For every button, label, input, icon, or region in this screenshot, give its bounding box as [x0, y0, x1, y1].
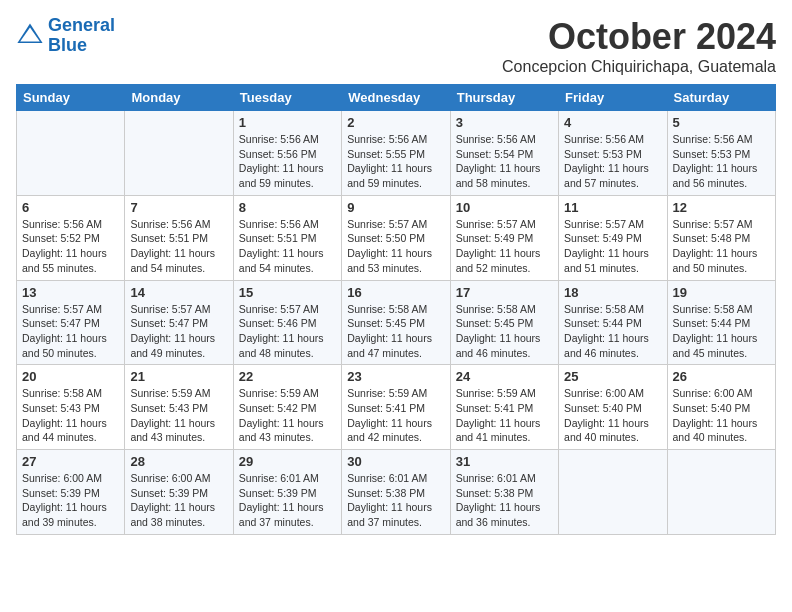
day-number: 30: [347, 454, 444, 469]
day-info: Sunrise: 5:59 AM Sunset: 5:41 PM Dayligh…: [456, 386, 553, 445]
calendar-cell: 26Sunrise: 6:00 AM Sunset: 5:40 PM Dayli…: [667, 365, 775, 450]
calendar-cell: 3Sunrise: 5:56 AM Sunset: 5:54 PM Daylig…: [450, 111, 558, 196]
day-number: 21: [130, 369, 227, 384]
day-info: Sunrise: 5:56 AM Sunset: 5:51 PM Dayligh…: [239, 217, 336, 276]
calendar-cell: 8Sunrise: 5:56 AM Sunset: 5:51 PM Daylig…: [233, 195, 341, 280]
calendar-cell: 21Sunrise: 5:59 AM Sunset: 5:43 PM Dayli…: [125, 365, 233, 450]
day-number: 18: [564, 285, 661, 300]
day-info: Sunrise: 5:57 AM Sunset: 5:47 PM Dayligh…: [130, 302, 227, 361]
day-number: 8: [239, 200, 336, 215]
day-info: Sunrise: 5:57 AM Sunset: 5:50 PM Dayligh…: [347, 217, 444, 276]
calendar-cell: [125, 111, 233, 196]
calendar-cell: 9Sunrise: 5:57 AM Sunset: 5:50 PM Daylig…: [342, 195, 450, 280]
day-info: Sunrise: 5:58 AM Sunset: 5:44 PM Dayligh…: [673, 302, 770, 361]
calendar-cell: 30Sunrise: 6:01 AM Sunset: 5:38 PM Dayli…: [342, 450, 450, 535]
weekday-header: Saturday: [667, 85, 775, 111]
day-number: 19: [673, 285, 770, 300]
day-info: Sunrise: 5:57 AM Sunset: 5:49 PM Dayligh…: [564, 217, 661, 276]
calendar-cell: 2Sunrise: 5:56 AM Sunset: 5:55 PM Daylig…: [342, 111, 450, 196]
day-info: Sunrise: 6:00 AM Sunset: 5:39 PM Dayligh…: [22, 471, 119, 530]
day-number: 10: [456, 200, 553, 215]
day-info: Sunrise: 5:58 AM Sunset: 5:45 PM Dayligh…: [456, 302, 553, 361]
calendar-cell: 27Sunrise: 6:00 AM Sunset: 5:39 PM Dayli…: [17, 450, 125, 535]
day-info: Sunrise: 6:00 AM Sunset: 5:39 PM Dayligh…: [130, 471, 227, 530]
logo-text: General Blue: [48, 16, 115, 56]
weekday-header: Monday: [125, 85, 233, 111]
day-info: Sunrise: 5:56 AM Sunset: 5:52 PM Dayligh…: [22, 217, 119, 276]
day-info: Sunrise: 5:56 AM Sunset: 5:51 PM Dayligh…: [130, 217, 227, 276]
day-info: Sunrise: 6:01 AM Sunset: 5:38 PM Dayligh…: [347, 471, 444, 530]
calendar-cell: 1Sunrise: 5:56 AM Sunset: 5:56 PM Daylig…: [233, 111, 341, 196]
day-info: Sunrise: 5:57 AM Sunset: 5:49 PM Dayligh…: [456, 217, 553, 276]
calendar-table: SundayMondayTuesdayWednesdayThursdayFrid…: [16, 84, 776, 535]
day-number: 7: [130, 200, 227, 215]
calendar-cell: 6Sunrise: 5:56 AM Sunset: 5:52 PM Daylig…: [17, 195, 125, 280]
day-number: 16: [347, 285, 444, 300]
calendar-week-row: 1Sunrise: 5:56 AM Sunset: 5:56 PM Daylig…: [17, 111, 776, 196]
day-info: Sunrise: 5:56 AM Sunset: 5:55 PM Dayligh…: [347, 132, 444, 191]
day-number: 31: [456, 454, 553, 469]
day-info: Sunrise: 5:56 AM Sunset: 5:56 PM Dayligh…: [239, 132, 336, 191]
day-info: Sunrise: 5:59 AM Sunset: 5:42 PM Dayligh…: [239, 386, 336, 445]
day-info: Sunrise: 6:01 AM Sunset: 5:39 PM Dayligh…: [239, 471, 336, 530]
day-number: 27: [22, 454, 119, 469]
day-number: 17: [456, 285, 553, 300]
calendar-cell: 10Sunrise: 5:57 AM Sunset: 5:49 PM Dayli…: [450, 195, 558, 280]
day-number: 25: [564, 369, 661, 384]
day-info: Sunrise: 5:57 AM Sunset: 5:47 PM Dayligh…: [22, 302, 119, 361]
day-info: Sunrise: 5:58 AM Sunset: 5:43 PM Dayligh…: [22, 386, 119, 445]
calendar-week-row: 6Sunrise: 5:56 AM Sunset: 5:52 PM Daylig…: [17, 195, 776, 280]
weekday-header: Wednesday: [342, 85, 450, 111]
calendar-cell: 31Sunrise: 6:01 AM Sunset: 5:38 PM Dayli…: [450, 450, 558, 535]
day-info: Sunrise: 5:57 AM Sunset: 5:46 PM Dayligh…: [239, 302, 336, 361]
calendar-cell: [559, 450, 667, 535]
calendar-cell: 12Sunrise: 5:57 AM Sunset: 5:48 PM Dayli…: [667, 195, 775, 280]
month-title: October 2024: [502, 16, 776, 58]
calendar-cell: 25Sunrise: 6:00 AM Sunset: 5:40 PM Dayli…: [559, 365, 667, 450]
page-header: General Blue October 2024 Concepcion Chi…: [16, 16, 776, 76]
day-number: 11: [564, 200, 661, 215]
day-number: 12: [673, 200, 770, 215]
day-number: 24: [456, 369, 553, 384]
calendar-week-row: 27Sunrise: 6:00 AM Sunset: 5:39 PM Dayli…: [17, 450, 776, 535]
calendar-cell: 16Sunrise: 5:58 AM Sunset: 5:45 PM Dayli…: [342, 280, 450, 365]
calendar-cell: [17, 111, 125, 196]
day-number: 22: [239, 369, 336, 384]
day-number: 4: [564, 115, 661, 130]
calendar-cell: 20Sunrise: 5:58 AM Sunset: 5:43 PM Dayli…: [17, 365, 125, 450]
calendar-cell: 22Sunrise: 5:59 AM Sunset: 5:42 PM Dayli…: [233, 365, 341, 450]
day-number: 20: [22, 369, 119, 384]
calendar-cell: 24Sunrise: 5:59 AM Sunset: 5:41 PM Dayli…: [450, 365, 558, 450]
day-info: Sunrise: 6:01 AM Sunset: 5:38 PM Dayligh…: [456, 471, 553, 530]
day-number: 28: [130, 454, 227, 469]
calendar-cell: 29Sunrise: 6:01 AM Sunset: 5:39 PM Dayli…: [233, 450, 341, 535]
calendar-cell: 28Sunrise: 6:00 AM Sunset: 5:39 PM Dayli…: [125, 450, 233, 535]
day-info: Sunrise: 5:58 AM Sunset: 5:45 PM Dayligh…: [347, 302, 444, 361]
day-number: 5: [673, 115, 770, 130]
day-number: 29: [239, 454, 336, 469]
logo: General Blue: [16, 16, 115, 56]
location-title: Concepcion Chiquirichapa, Guatemala: [502, 58, 776, 76]
day-info: Sunrise: 5:57 AM Sunset: 5:48 PM Dayligh…: [673, 217, 770, 276]
weekday-header: Tuesday: [233, 85, 341, 111]
calendar-cell: 13Sunrise: 5:57 AM Sunset: 5:47 PM Dayli…: [17, 280, 125, 365]
day-info: Sunrise: 6:00 AM Sunset: 5:40 PM Dayligh…: [673, 386, 770, 445]
day-number: 26: [673, 369, 770, 384]
calendar-cell: 18Sunrise: 5:58 AM Sunset: 5:44 PM Dayli…: [559, 280, 667, 365]
calendar-week-row: 13Sunrise: 5:57 AM Sunset: 5:47 PM Dayli…: [17, 280, 776, 365]
calendar-cell: 17Sunrise: 5:58 AM Sunset: 5:45 PM Dayli…: [450, 280, 558, 365]
day-info: Sunrise: 5:59 AM Sunset: 5:43 PM Dayligh…: [130, 386, 227, 445]
weekday-header: Sunday: [17, 85, 125, 111]
day-number: 13: [22, 285, 119, 300]
calendar-cell: 19Sunrise: 5:58 AM Sunset: 5:44 PM Dayli…: [667, 280, 775, 365]
day-info: Sunrise: 5:56 AM Sunset: 5:54 PM Dayligh…: [456, 132, 553, 191]
day-info: Sunrise: 5:56 AM Sunset: 5:53 PM Dayligh…: [673, 132, 770, 191]
weekday-header: Thursday: [450, 85, 558, 111]
day-info: Sunrise: 5:56 AM Sunset: 5:53 PM Dayligh…: [564, 132, 661, 191]
weekday-header: Friday: [559, 85, 667, 111]
day-number: 6: [22, 200, 119, 215]
logo-icon: [16, 22, 44, 50]
calendar-cell: 11Sunrise: 5:57 AM Sunset: 5:49 PM Dayli…: [559, 195, 667, 280]
calendar-cell: 4Sunrise: 5:56 AM Sunset: 5:53 PM Daylig…: [559, 111, 667, 196]
calendar-cell: 7Sunrise: 5:56 AM Sunset: 5:51 PM Daylig…: [125, 195, 233, 280]
